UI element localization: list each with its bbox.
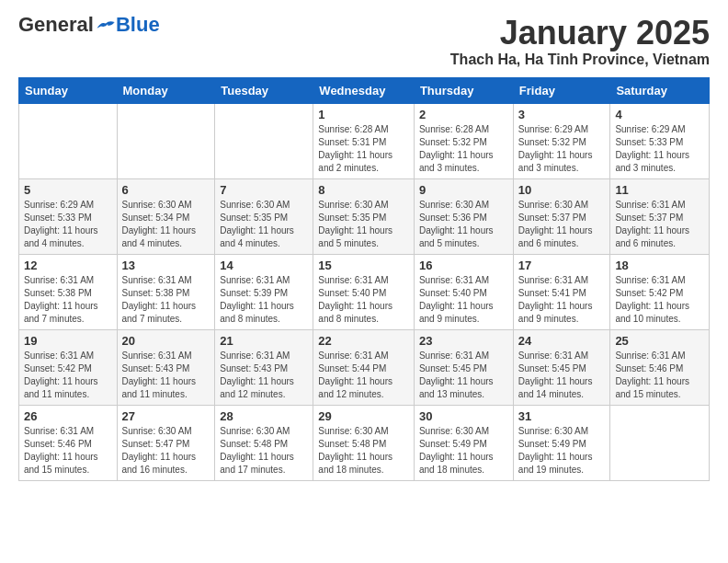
title-block: January 2025 Thach Ha, Ha Tinh Province,… (450, 15, 710, 68)
day-info: Sunrise: 6:31 AM Sunset: 5:46 PM Dayligh… (615, 350, 704, 401)
day-number: 3 (518, 108, 606, 121)
day-info: Sunrise: 6:30 AM Sunset: 5:49 PM Dayligh… (419, 425, 508, 477)
day-info: Sunrise: 6:31 AM Sunset: 5:40 PM Dayligh… (318, 274, 409, 326)
day-number: 21 (220, 334, 308, 348)
calendar-day-cell: 7Sunrise: 6:30 AM Sunset: 5:35 PM Daylig… (215, 178, 313, 254)
page-header: General Blue January 2025 Thach Ha, Ha T… (18, 15, 710, 68)
calendar-day-cell (19, 103, 118, 178)
calendar-day-cell: 30Sunrise: 6:30 AM Sunset: 5:49 PM Dayli… (414, 405, 513, 480)
day-of-week-header: Saturday (610, 77, 710, 103)
day-info: Sunrise: 6:30 AM Sunset: 5:47 PM Dayligh… (122, 425, 210, 477)
day-number: 12 (24, 259, 112, 272)
calendar-week-row: 26Sunrise: 6:31 AM Sunset: 5:46 PM Dayli… (19, 405, 710, 480)
day-info: Sunrise: 6:31 AM Sunset: 5:42 PM Dayligh… (24, 350, 112, 401)
calendar-day-cell (215, 103, 313, 178)
day-number: 29 (318, 409, 409, 423)
day-info: Sunrise: 6:29 AM Sunset: 5:32 PM Dayligh… (518, 123, 606, 175)
logo-bird-icon (96, 15, 116, 35)
calendar-day-cell: 15Sunrise: 6:31 AM Sunset: 5:40 PM Dayli… (313, 254, 415, 329)
calendar-day-cell: 1Sunrise: 6:28 AM Sunset: 5:31 PM Daylig… (313, 103, 415, 178)
day-number: 11 (615, 183, 704, 197)
calendar-day-cell: 19Sunrise: 6:31 AM Sunset: 5:42 PM Dayli… (19, 329, 118, 405)
logo-blue-text: Blue (116, 15, 160, 35)
calendar-day-cell: 11Sunrise: 6:31 AM Sunset: 5:37 PM Dayli… (610, 178, 710, 254)
day-number: 6 (122, 183, 210, 197)
calendar-day-cell: 4Sunrise: 6:29 AM Sunset: 5:33 PM Daylig… (610, 103, 710, 178)
day-info: Sunrise: 6:30 AM Sunset: 5:37 PM Dayligh… (518, 199, 606, 250)
day-info: Sunrise: 6:31 AM Sunset: 5:41 PM Dayligh… (518, 274, 606, 326)
calendar-day-cell: 17Sunrise: 6:31 AM Sunset: 5:41 PM Dayli… (513, 254, 610, 329)
calendar-day-cell: 20Sunrise: 6:31 AM Sunset: 5:43 PM Dayli… (117, 329, 215, 405)
calendar-day-cell: 6Sunrise: 6:30 AM Sunset: 5:34 PM Daylig… (117, 178, 215, 254)
day-number: 31 (518, 409, 606, 423)
day-of-week-header: Sunday (19, 77, 118, 103)
calendar-day-cell (117, 103, 215, 178)
calendar-day-cell: 2Sunrise: 6:28 AM Sunset: 5:32 PM Daylig… (414, 103, 513, 178)
location-title: Thach Ha, Ha Tinh Province, Vietnam (450, 52, 710, 68)
calendar-day-cell: 16Sunrise: 6:31 AM Sunset: 5:40 PM Dayli… (414, 254, 513, 329)
day-info: Sunrise: 6:31 AM Sunset: 5:46 PM Dayligh… (24, 425, 112, 477)
day-info: Sunrise: 6:31 AM Sunset: 5:43 PM Dayligh… (122, 350, 210, 401)
day-info: Sunrise: 6:28 AM Sunset: 5:31 PM Dayligh… (318, 123, 409, 175)
calendar-day-cell: 8Sunrise: 6:30 AM Sunset: 5:35 PM Daylig… (313, 178, 415, 254)
day-number: 9 (419, 183, 508, 197)
calendar-day-cell: 23Sunrise: 6:31 AM Sunset: 5:45 PM Dayli… (414, 329, 513, 405)
day-number: 19 (24, 334, 112, 348)
day-number: 18 (615, 259, 704, 272)
calendar-day-cell: 12Sunrise: 6:31 AM Sunset: 5:38 PM Dayli… (19, 254, 118, 329)
day-number: 25 (615, 334, 704, 348)
day-number: 16 (419, 259, 508, 272)
day-of-week-header: Wednesday (313, 77, 415, 103)
day-number: 13 (122, 259, 210, 272)
calendar-week-row: 5Sunrise: 6:29 AM Sunset: 5:33 PM Daylig… (19, 178, 710, 254)
day-info: Sunrise: 6:30 AM Sunset: 5:34 PM Dayligh… (122, 199, 210, 250)
calendar-day-cell: 31Sunrise: 6:30 AM Sunset: 5:49 PM Dayli… (513, 405, 610, 480)
day-info: Sunrise: 6:31 AM Sunset: 5:40 PM Dayligh… (419, 274, 508, 326)
day-number: 14 (220, 259, 308, 272)
calendar-day-cell: 22Sunrise: 6:31 AM Sunset: 5:44 PM Dayli… (313, 329, 415, 405)
day-number: 15 (318, 259, 409, 272)
logo-general-text: General (18, 15, 94, 35)
logo: General Blue (18, 15, 160, 35)
calendar-day-cell: 24Sunrise: 6:31 AM Sunset: 5:45 PM Dayli… (513, 329, 610, 405)
day-info: Sunrise: 6:30 AM Sunset: 5:48 PM Dayligh… (220, 425, 308, 477)
calendar-day-cell: 10Sunrise: 6:30 AM Sunset: 5:37 PM Dayli… (513, 178, 610, 254)
day-info: Sunrise: 6:31 AM Sunset: 5:39 PM Dayligh… (220, 274, 308, 326)
day-of-week-header: Friday (513, 77, 610, 103)
day-number: 22 (318, 334, 409, 348)
day-of-week-header: Tuesday (215, 77, 313, 103)
day-number: 4 (615, 108, 704, 121)
day-info: Sunrise: 6:30 AM Sunset: 5:36 PM Dayligh… (419, 199, 508, 250)
calendar-day-cell: 13Sunrise: 6:31 AM Sunset: 5:38 PM Dayli… (117, 254, 215, 329)
calendar-day-cell: 29Sunrise: 6:30 AM Sunset: 5:48 PM Dayli… (313, 405, 415, 480)
calendar-day-cell: 26Sunrise: 6:31 AM Sunset: 5:46 PM Dayli… (19, 405, 118, 480)
calendar-week-row: 12Sunrise: 6:31 AM Sunset: 5:38 PM Dayli… (19, 254, 710, 329)
calendar-day-cell: 28Sunrise: 6:30 AM Sunset: 5:48 PM Dayli… (215, 405, 313, 480)
day-number: 27 (122, 409, 210, 423)
calendar-day-cell: 14Sunrise: 6:31 AM Sunset: 5:39 PM Dayli… (215, 254, 313, 329)
day-info: Sunrise: 6:30 AM Sunset: 5:35 PM Dayligh… (318, 199, 409, 250)
calendar-day-cell: 9Sunrise: 6:30 AM Sunset: 5:36 PM Daylig… (414, 178, 513, 254)
day-number: 24 (518, 334, 606, 348)
day-info: Sunrise: 6:31 AM Sunset: 5:38 PM Dayligh… (24, 274, 112, 326)
day-number: 28 (220, 409, 308, 423)
day-info: Sunrise: 6:31 AM Sunset: 5:45 PM Dayligh… (518, 350, 606, 401)
day-number: 2 (419, 108, 508, 121)
day-info: Sunrise: 6:31 AM Sunset: 5:42 PM Dayligh… (615, 274, 704, 326)
day-number: 17 (518, 259, 606, 272)
day-info: Sunrise: 6:30 AM Sunset: 5:49 PM Dayligh… (518, 425, 606, 477)
day-number: 10 (518, 183, 606, 197)
day-info: Sunrise: 6:29 AM Sunset: 5:33 PM Dayligh… (24, 199, 112, 250)
calendar-week-row: 1Sunrise: 6:28 AM Sunset: 5:31 PM Daylig… (19, 103, 710, 178)
day-info: Sunrise: 6:31 AM Sunset: 5:38 PM Dayligh… (122, 274, 210, 326)
day-number: 5 (24, 183, 112, 197)
calendar-day-cell: 21Sunrise: 6:31 AM Sunset: 5:43 PM Dayli… (215, 329, 313, 405)
day-info: Sunrise: 6:31 AM Sunset: 5:43 PM Dayligh… (220, 350, 308, 401)
calendar-day-cell: 25Sunrise: 6:31 AM Sunset: 5:46 PM Dayli… (610, 329, 710, 405)
day-info: Sunrise: 6:31 AM Sunset: 5:45 PM Dayligh… (419, 350, 508, 401)
day-info: Sunrise: 6:31 AM Sunset: 5:44 PM Dayligh… (318, 350, 409, 401)
calendar-day-cell: 3Sunrise: 6:29 AM Sunset: 5:32 PM Daylig… (513, 103, 610, 178)
calendar-header-row: SundayMondayTuesdayWednesdayThursdayFrid… (19, 77, 710, 103)
day-of-week-header: Thursday (414, 77, 513, 103)
day-number: 7 (220, 183, 308, 197)
